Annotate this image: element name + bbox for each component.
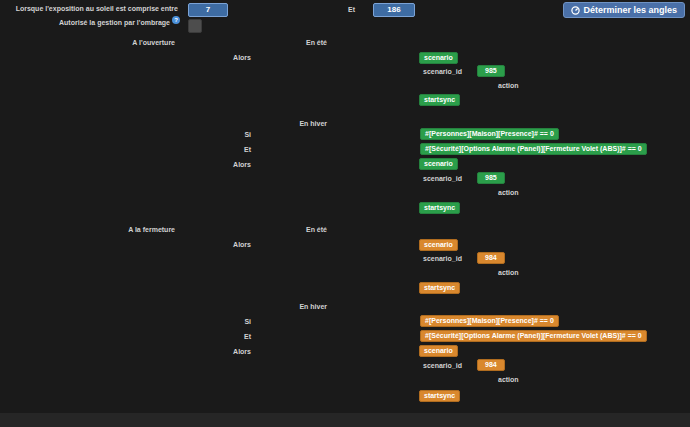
exposure-between-label: Lorsque l'exposition au soleil est compr… <box>16 4 178 13</box>
and-label: Et <box>244 332 251 341</box>
scenario-id-label: scenario_id <box>423 174 462 183</box>
then-label: Alors <box>233 240 251 249</box>
startsync-tag: startsync <box>419 94 460 106</box>
and-condition-tag: #[Sécurité][Options Alarme (Panel)][Ferm… <box>420 143 647 155</box>
scenario-tag: scenario <box>419 52 458 64</box>
compass-icon <box>571 6 580 15</box>
if-label: Si <box>244 130 251 139</box>
scenario-id-label: scenario_id <box>423 67 462 76</box>
determine-angles-label: Déterminer les angles <box>583 5 677 15</box>
then-label: Alors <box>233 160 251 169</box>
opening-section-label: A l'ouverture <box>132 38 175 47</box>
then-label: Alors <box>233 347 251 356</box>
scenario-id-label: scenario_id <box>423 254 462 263</box>
season-winter-label: En hiver <box>299 302 327 311</box>
scenario-id-label: scenario_id <box>423 361 462 370</box>
season-summer-label: En été <box>306 38 327 47</box>
action-label: action <box>498 188 519 197</box>
action-label: action <box>498 81 519 90</box>
scenario-id-value: 984 <box>477 252 505 264</box>
scenario-tag: scenario <box>419 158 458 170</box>
shading-config-panel: Lorsque l'exposition au soleil est compr… <box>0 0 690 427</box>
startsync-tag: startsync <box>419 390 460 402</box>
closing-section-label: A la fermeture <box>128 225 175 234</box>
scenario-tag: scenario <box>419 239 458 251</box>
exposure-min-input[interactable]: 7 <box>188 3 228 17</box>
startsync-tag: startsync <box>419 282 460 294</box>
if-condition-tag: #[Personnes][Maison][Presence]# == 0 <box>420 315 559 327</box>
if-condition-tag: #[Personnes][Maison][Presence]# == 0 <box>420 128 559 140</box>
exposure-max-input[interactable]: 186 <box>373 3 415 17</box>
action-label: action <box>498 375 519 384</box>
season-summer-label: En été <box>306 225 327 234</box>
season-winter-label: En hiver <box>299 119 327 128</box>
exposure-and-label: Et <box>348 5 355 14</box>
shading-checkbox[interactable] <box>188 19 202 33</box>
determine-angles-button[interactable]: Déterminer les angles <box>563 2 685 18</box>
scenario-id-value: 985 <box>477 65 505 77</box>
action-label: action <box>498 268 519 277</box>
scenario-tag: scenario <box>419 345 458 357</box>
shading-gestion-label: Autorisé la gestion par l'ombrage <box>59 18 170 27</box>
help-icon[interactable]: ? <box>172 16 180 24</box>
exposure-max-value: 186 <box>387 5 400 14</box>
exposure-min-value: 7 <box>206 5 210 14</box>
then-label: Alors <box>233 53 251 62</box>
and-label: Et <box>244 145 251 154</box>
if-label: Si <box>244 317 251 326</box>
scenario-id-value: 984 <box>477 359 505 371</box>
startsync-tag: startsync <box>419 202 460 214</box>
bottom-panel-edge <box>0 413 690 427</box>
scenario-id-value: 985 <box>477 172 505 184</box>
and-condition-tag: #[Sécurité][Options Alarme (Panel)][Ferm… <box>420 330 647 342</box>
